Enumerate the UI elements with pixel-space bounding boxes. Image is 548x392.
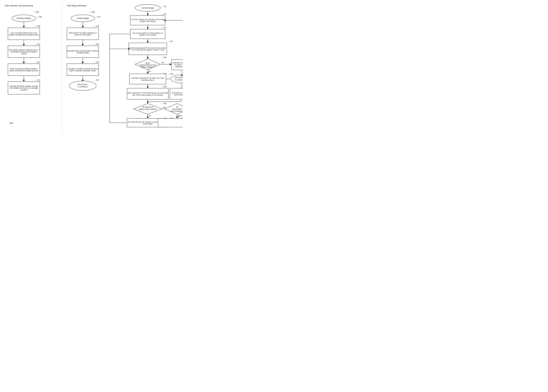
ref-210: — 210	[35, 43, 40, 45]
middle-section: Path delay estimation — 204 Current desi…	[62, 3, 97, 134]
node-294-text: All instances of registers were consider…	[170, 89, 183, 99]
ref-294: — 294	[182, 86, 183, 88]
node-296-line1: All	[176, 106, 178, 108]
node-284-line2: of confidence	[175, 79, 183, 81]
node-292-text: Calculate overhead Oˢᴹ for path P as it …	[172, 60, 183, 70]
svg-marker-20	[147, 86, 149, 88]
svg-marker-10	[147, 57, 149, 59]
node-282-text: Calculate overhead Oˢ for path P as it w…	[130, 74, 166, 84]
no-label-288: No	[149, 115, 151, 117]
left-section-label: Data collection and processing	[5, 4, 33, 7]
node-276-text: Set current register T to first instance…	[131, 29, 165, 38]
ref-280: — 280	[161, 56, 166, 58]
node-222-line2: of confidence	[78, 86, 88, 88]
ref-220: — 220	[94, 43, 99, 45]
ref-274: — 274	[161, 13, 166, 15]
node-278-text: Find the longest path P (in terms of cel…	[129, 43, 166, 55]
node-288-line1: All instances of	[142, 106, 153, 108]
node-206-label: Previous designs	[16, 17, 31, 19]
node-280-line2: overhead differences for	[139, 64, 156, 66]
node-280-line1: Ignore	[145, 62, 150, 64]
ref-216: — 216	[95, 16, 100, 18]
node-288-line2: registers were considered	[139, 108, 157, 110]
ref-222: — 222	[94, 79, 99, 81]
node-212-text: Map crosstalk and design statistics repo…	[8, 64, 39, 75]
right-flowchart-svg: 270 Current design — 272 — 274 Set clock…	[102, 3, 183, 133]
node-218-text: Select path P for delay estimation in pr…	[67, 28, 98, 39]
ref-214: — 214	[35, 79, 40, 81]
m-arrow-1-head	[82, 26, 84, 28]
m-arrow-2-head	[82, 44, 84, 46]
node-298-text	[158, 119, 183, 127]
arrow-4-head	[23, 80, 25, 82]
svg-marker-8	[147, 41, 149, 43]
node-296-line3: were considered ?	[171, 110, 183, 112]
ref-206: — 206	[36, 16, 42, 18]
node-224-text: Calculate crosstalk overhead Op along pa…	[67, 64, 98, 75]
svg-marker-24	[147, 102, 149, 104]
node-214-text: Calculate the delay variation average an…	[8, 82, 39, 94]
ref-224: — 224	[94, 61, 99, 63]
left-flowchart-svg: Data collection and processing — 202 Pre…	[3, 3, 54, 127]
yes-label-288: Yes	[163, 106, 166, 108]
node-286-text: Add overhead Oˢᴹ to the SDF file as an i…	[127, 89, 168, 99]
no-label-280: No	[149, 70, 151, 72]
ref-208: — 208	[35, 25, 40, 27]
node-280-line3: different registers ?	[141, 66, 155, 68]
no-label-296: No	[178, 115, 180, 117]
node-284-line1: Set the level c	[175, 77, 183, 78]
page-container: Data collection and processing — 202 Pre…	[3, 3, 179, 134]
ref-288: — 288	[161, 103, 166, 105]
right-section: 270 Current design — 272 — 274 Set clock…	[102, 3, 183, 134]
arrow-3-head	[23, 62, 25, 64]
svg-marker-3	[147, 14, 149, 15]
middle-section-label: Path delay estimation	[67, 4, 86, 7]
ref-218: — 218	[94, 25, 99, 27]
svg-marker-14	[147, 72, 149, 74]
arrow-1-head	[23, 26, 25, 28]
ref-272: — 272	[161, 6, 166, 7]
node-288-line3: ?	[147, 110, 148, 112]
node-274-text: Set clock domain Clk_domain to first clo…	[131, 16, 165, 25]
ref-212: — 212	[35, 61, 40, 63]
node-284	[171, 75, 183, 83]
ref-292: — 292	[182, 57, 183, 59]
ref-284: — 284	[168, 73, 173, 75]
ref-278: — 278	[168, 40, 173, 42]
svg-marker-30	[147, 117, 149, 119]
svg-marker-12	[170, 63, 171, 65]
m-arrow-3-head	[82, 62, 84, 64]
node-208-text: Run crosswalk analysis tool on all desig…	[8, 28, 39, 39]
left-ref-202: — 202	[33, 11, 39, 13]
node-296-line2: clock domains	[172, 108, 182, 110]
node-216-label: Current design	[77, 17, 89, 19]
svg-marker-5	[147, 27, 149, 29]
node-220-text: Calculate delay Dp along path P without …	[67, 46, 98, 57]
yes-label-280: Yes	[161, 62, 164, 63]
middle-flowchart-svg: Path delay estimation — 204 Current desi…	[65, 3, 103, 127]
ref-276: — 276	[161, 27, 166, 28]
left-section: Data collection and processing — 202 Pre…	[3, 3, 57, 134]
node-210-text: Run design statistics collection tool on…	[8, 46, 39, 57]
middle-ref-204: — 204	[89, 11, 95, 13]
node-222-line1: Set the level c	[77, 83, 88, 85]
arrow-2-head	[23, 44, 25, 46]
ref-200: 200	[9, 122, 13, 124]
ref-286: — 286	[161, 86, 166, 88]
node-272-label: Current design	[142, 7, 154, 9]
